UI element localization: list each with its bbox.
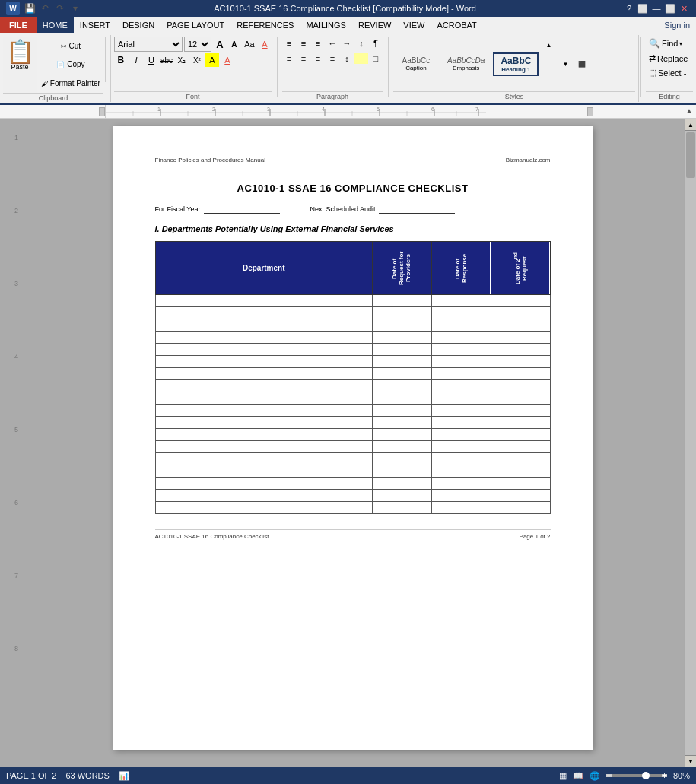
- font-name-select[interactable]: Arial: [114, 37, 183, 52]
- response-date-cell[interactable]: [431, 319, 491, 332]
- request-date-cell[interactable]: [372, 356, 431, 368]
- response-date-cell[interactable]: [431, 380, 491, 392]
- table-row[interactable]: [155, 441, 550, 453]
- scroll-up-btn[interactable]: ▲: [685, 119, 696, 131]
- dept-cell[interactable]: [155, 429, 372, 441]
- table-row[interactable]: [155, 490, 550, 502]
- help-btn[interactable]: ?: [623, 2, 635, 14]
- scroll-thumb[interactable]: [686, 132, 695, 178]
- second-request-cell[interactable]: [491, 295, 550, 307]
- save-quick-btn[interactable]: 💾: [23, 2, 37, 15]
- superscript-btn[interactable]: X²: [190, 53, 204, 67]
- second-request-cell[interactable]: [491, 502, 550, 514]
- strikethrough-btn[interactable]: abc: [160, 53, 173, 67]
- response-date-cell[interactable]: [431, 429, 491, 441]
- zoom-track[interactable]: [612, 774, 662, 777]
- second-request-cell[interactable]: [491, 465, 550, 478]
- response-date-cell[interactable]: [431, 441, 491, 453]
- table-row[interactable]: [155, 417, 550, 429]
- request-date-cell[interactable]: [372, 453, 431, 465]
- response-date-cell[interactable]: [431, 453, 491, 465]
- dept-cell[interactable]: [155, 380, 372, 392]
- second-request-cell[interactable]: [491, 417, 550, 429]
- table-row[interactable]: [155, 307, 550, 319]
- sign-in-btn[interactable]: Sign in: [658, 21, 696, 30]
- bullets-btn[interactable]: ≡: [282, 37, 296, 50]
- styles-more-btn[interactable]: ⬛: [575, 57, 589, 71]
- font-shrink-btn[interactable]: A: [227, 37, 241, 51]
- replace-btn[interactable]: ⇄ Replace: [646, 52, 693, 65]
- table-row[interactable]: [155, 368, 550, 380]
- table-row[interactable]: [155, 332, 550, 344]
- dept-cell[interactable]: [155, 405, 372, 417]
- request-date-cell[interactable]: [372, 368, 431, 380]
- dept-cell[interactable]: [155, 344, 372, 356]
- align-center-btn[interactable]: ≡: [297, 52, 310, 65]
- second-request-cell[interactable]: [491, 319, 550, 332]
- cut-btn[interactable]: ✂ Cut: [38, 40, 103, 52]
- scroll-down-btn[interactable]: ▼: [685, 755, 696, 767]
- multilevel-btn[interactable]: ≡: [311, 37, 325, 50]
- response-date-cell[interactable]: [431, 392, 491, 405]
- dept-cell[interactable]: [155, 295, 372, 307]
- file-menu[interactable]: FILE: [0, 17, 37, 33]
- second-request-cell[interactable]: [491, 478, 550, 490]
- font-color-btn[interactable]: A: [221, 53, 234, 67]
- dept-cell[interactable]: [155, 307, 372, 319]
- second-request-cell[interactable]: [491, 344, 550, 356]
- acrobat-menu[interactable]: ACROBAT: [431, 17, 482, 33]
- request-date-cell[interactable]: [372, 502, 431, 514]
- second-request-cell[interactable]: [491, 332, 550, 344]
- dept-cell[interactable]: [155, 478, 372, 490]
- response-date-cell[interactable]: [431, 405, 491, 417]
- show-marks-btn[interactable]: ¶: [369, 37, 383, 50]
- table-row[interactable]: [155, 319, 550, 332]
- references-menu[interactable]: REFERENCES: [230, 17, 300, 33]
- redo-quick-btn[interactable]: ↷: [53, 2, 67, 15]
- close-btn[interactable]: ✕: [678, 2, 690, 14]
- request-date-cell[interactable]: [372, 307, 431, 319]
- field1-line[interactable]: [204, 205, 280, 214]
- table-row[interactable]: [155, 465, 550, 478]
- request-date-cell[interactable]: [372, 344, 431, 356]
- dept-cell[interactable]: [155, 465, 372, 478]
- heading1-style-btn[interactable]: AaBbC Heading 1: [493, 52, 539, 76]
- copy-btn[interactable]: 📄 Copy: [38, 59, 103, 70]
- clear-format-btn[interactable]: A: [258, 37, 272, 51]
- maximize-btn[interactable]: ⬜: [664, 2, 676, 14]
- table-row[interactable]: [155, 344, 550, 356]
- response-date-cell[interactable]: [431, 490, 491, 502]
- italic-btn[interactable]: I: [129, 53, 143, 67]
- font-size-select[interactable]: 12: [184, 37, 211, 52]
- dept-cell[interactable]: [155, 490, 372, 502]
- justify-btn[interactable]: ≡: [326, 52, 339, 65]
- undo-quick-btn[interactable]: ↶: [38, 2, 52, 15]
- table-row[interactable]: [155, 356, 550, 368]
- doc-title[interactable]: AC1010-1 SSAE 16 COMPLIANCE CHECKLIST: [155, 183, 551, 194]
- dept-cell[interactable]: [155, 319, 372, 332]
- bold-btn[interactable]: B: [114, 53, 128, 67]
- sort-btn[interactable]: ↕: [354, 37, 368, 50]
- response-date-cell[interactable]: [431, 465, 491, 478]
- dept-cell[interactable]: [155, 441, 372, 453]
- font-grow-btn[interactable]: A: [213, 37, 227, 51]
- scroll-track[interactable]: [685, 131, 696, 755]
- borders-btn[interactable]: □: [369, 52, 383, 65]
- table-row[interactable]: [155, 380, 550, 392]
- dept-cell[interactable]: [155, 453, 372, 465]
- table-row[interactable]: [155, 392, 550, 405]
- page-layout-menu[interactable]: PAGE LAYOUT: [160, 17, 230, 33]
- format-painter-btn[interactable]: 🖌 Format Painter: [38, 78, 103, 89]
- insert-menu[interactable]: INSERT: [74, 17, 116, 33]
- ribbon-collapse-btn[interactable]: ▲: [685, 106, 693, 115]
- table-row[interactable]: [155, 295, 550, 307]
- response-date-cell[interactable]: [431, 332, 491, 344]
- zoom-in-btn[interactable]: +: [662, 770, 667, 781]
- dept-cell[interactable]: [155, 356, 372, 368]
- dept-cell[interactable]: [155, 417, 372, 429]
- select-btn[interactable]: ⬚ Select -: [646, 66, 693, 79]
- dept-cell[interactable]: [155, 368, 372, 380]
- table-row[interactable]: [155, 478, 550, 490]
- second-request-cell[interactable]: [491, 429, 550, 441]
- second-request-cell[interactable]: [491, 453, 550, 465]
